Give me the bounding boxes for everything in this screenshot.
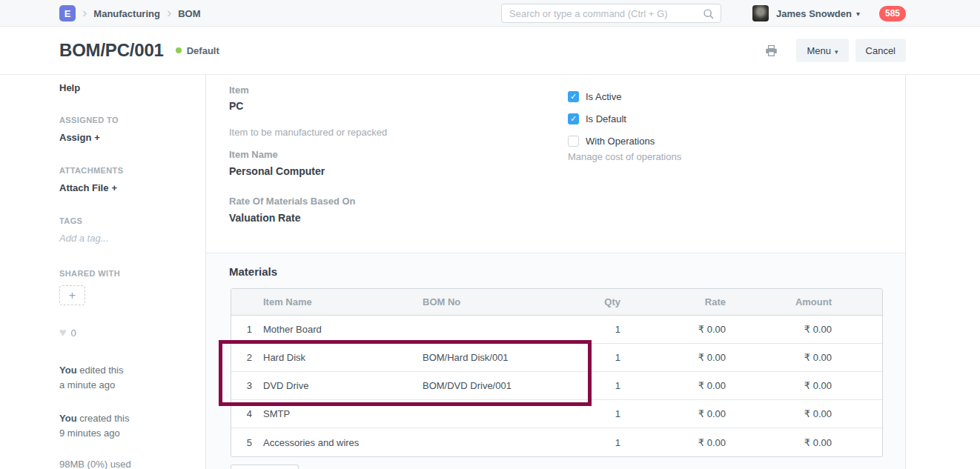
cell-item-name[interactable]: Mother Board [261,324,420,335]
cell-amount: ₹ 0.00 [733,380,839,391]
item-field-description: Item to be manufactured or repacked [229,127,387,138]
table-row[interactable]: 3 DVD Drive BOM/DVD Drive/001 1 ₹ 0.00 ₹… [231,372,882,400]
row-index: 1 [231,324,261,335]
share-add-button[interactable]: + [59,285,85,305]
cell-bom-no[interactable]: BOM/DVD Drive/001 [420,380,554,391]
edited-time: a minute ago [59,379,115,390]
cell-rate[interactable]: ₹ 0.00 [628,324,733,335]
attachments-heading: ATTACHMENTS [59,166,123,175]
breadcrumb-item-manufacturing[interactable]: Manufacturing [93,8,160,19]
cell-qty[interactable]: 1 [554,437,628,448]
cancel-button[interactable]: Cancel [855,39,906,62]
table-row[interactable]: 2 Hard Disk BOM/Hard Disk/001 1 ₹ 0.00 ₹… [231,344,882,372]
add-row-button-partial[interactable] [231,465,299,469]
search-icon[interactable] [703,8,715,23]
cell-rate[interactable]: ₹ 0.00 [628,352,733,363]
materials-table: Item Name BOM No Qty Rate Amount 1 Mothe… [231,288,883,457]
table-row[interactable]: 4 SMTP 1 ₹ 0.00 ₹ 0.00 [231,400,882,428]
column-header-amount: Amount [733,296,839,307]
assigned-to-heading: ASSIGNED TO [59,116,119,124]
shared-with-heading: SHARED WITH [59,269,120,278]
cell-qty[interactable]: 1 [554,380,628,391]
menu-button[interactable]: Menu▾ [796,39,848,62]
bom-detail-page: { "colors": { "logo_bg": "#6c7be0", "bad… [0,0,980,469]
is-default-label: Is Default [586,113,626,124]
cell-item-name[interactable]: Accessories and wires [261,437,420,448]
with-operations-checkbox-row[interactable]: With Operations [568,136,655,147]
form-layout: Item PC Item to be manufactured or repac… [205,75,906,469]
plus-icon: + [94,132,100,143]
is-default-checkbox-row[interactable]: ✓ Is Default [568,113,626,124]
page-title: BOM/PC/001 [59,40,164,61]
chevron-down-icon: ▾ [835,48,838,56]
page-head: BOM/PC/001 Default Menu▾ Cancel [0,27,980,75]
like-control[interactable]: ♥ 0 [59,327,76,339]
column-header-bom-no: BOM No [420,296,554,307]
table-row[interactable]: 5 Accessories and wires 1 ₹ 0.00 ₹ 0.00 [231,428,882,456]
status-label: Default [187,45,219,56]
item-name-field-label: Item Name [229,149,278,160]
row-index: 3 [231,380,261,391]
help-link[interactable]: Help [59,82,80,93]
checkbox-checked-icon[interactable]: ✓ [568,91,579,102]
checkbox-unchecked-icon[interactable] [568,136,579,147]
tags-heading: TAGS [59,216,82,225]
heart-icon[interactable]: ♥ [59,327,67,339]
top-navbar: E › Manufacturing › BOM James Snowden ▾ … [0,0,980,27]
edited-info: You edited this a minute ago [59,363,123,393]
cell-item-name[interactable]: DVD Drive [261,380,420,391]
cell-bom-no[interactable]: BOM/Hard Disk/001 [420,352,554,363]
checkbox-checked-icon[interactable]: ✓ [568,113,579,124]
navbar-user-area: James Snowden ▾ 585 [752,0,906,27]
cell-qty[interactable]: 1 [554,408,628,419]
like-count: 0 [71,327,76,339]
materials-table-header: Item Name BOM No Qty Rate Amount [231,289,882,316]
column-header-qty: Qty [554,296,628,307]
item-field-value[interactable]: PC [229,100,243,112]
chevron-right-icon: › [82,5,87,19]
breadcrumb-item-bom[interactable]: BOM [178,8,200,19]
row-index: 5 [231,437,261,448]
form-sidebar: Help ASSIGNED TO Assign+ ATTACHMENTS Att… [59,75,191,469]
plus-icon: + [69,289,76,302]
cell-item-name[interactable]: SMTP [261,408,420,419]
cell-amount: ₹ 0.00 [733,408,839,419]
status-dot-icon [176,47,182,53]
cell-qty[interactable]: 1 [554,324,628,335]
materials-heading[interactable]: Materials [229,265,277,278]
add-tag-input[interactable]: Add a tag... [59,233,109,244]
user-name[interactable]: James Snowden [776,8,852,19]
status-badge: Default [176,45,219,56]
notifications-badge[interactable]: 585 [879,6,906,21]
search-input[interactable] [502,4,721,22]
cell-amount: ₹ 0.00 [733,437,839,448]
item-name-field-value[interactable]: Personal Computer [229,165,325,177]
print-icon[interactable] [765,44,778,56]
is-active-checkbox-row[interactable]: ✓ Is Active [568,91,621,102]
cell-amount: ₹ 0.00 [733,324,839,335]
item-field-label: Item [229,84,249,96]
cell-qty[interactable]: 1 [554,352,628,363]
global-search [501,4,721,23]
column-header-rate: Rate [628,296,733,307]
attach-file-button[interactable]: Attach File+ [59,182,117,193]
storage-usage: 98MB (0%) used [59,459,131,469]
rate-based-on-field-value[interactable]: Valuation Rate [229,212,300,224]
materials-section: Materials Item Name BOM No Qty Rate Amou… [206,253,905,469]
cell-rate[interactable]: ₹ 0.00 [628,380,733,391]
cell-item-name[interactable]: Hard Disk [261,352,420,363]
rate-based-on-field-label: Rate Of Materials Based On [229,196,356,207]
cell-rate[interactable]: ₹ 0.00 [628,408,733,419]
created-time: 9 minutes ago [59,428,120,439]
table-row[interactable]: 1 Mother Board 1 ₹ 0.00 ₹ 0.00 [231,316,882,344]
column-header-item-name: Item Name [261,296,420,307]
chevron-right-icon: › [167,5,171,19]
user-avatar[interactable] [752,5,769,21]
assign-button[interactable]: Assign+ [59,132,100,143]
cell-rate[interactable]: ₹ 0.00 [628,437,733,448]
is-active-label: Is Active [586,91,621,102]
chevron-down-icon[interactable]: ▾ [856,10,860,18]
app-logo[interactable]: E [59,5,76,21]
breadcrumb: E › Manufacturing › BOM [59,0,201,27]
created-info: You created this 9 minutes ago [59,411,129,441]
